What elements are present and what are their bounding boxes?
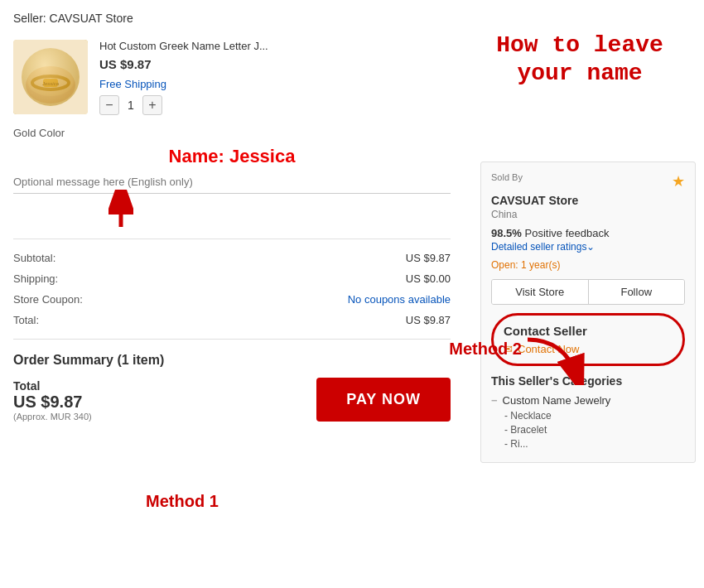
how-to-title-line2: your name — [517, 60, 642, 86]
shipping-row: Shipping: US $0.00 — [13, 268, 451, 289]
subcategory-bracelet: - Bracelet — [491, 424, 685, 436]
svg-text:Jessica: Jessica — [41, 81, 60, 86]
order-total-label: Total — [13, 379, 92, 393]
seller-header: Seller: CAVSUAT Store — [0, 0, 704, 31]
subtotal-label: Subtotal: — [13, 252, 55, 264]
quantity-increase-button[interactable]: + — [142, 95, 162, 115]
open-row: Open: 1 year(s) — [491, 259, 685, 271]
shipping-value: US $0.00 — [406, 272, 451, 285]
product-row: Jessica Hot Custom Greek Name Letter J..… — [13, 40, 451, 115]
product-shipping: Free Shipping — [99, 78, 451, 90]
main-category-row: − Custom Name Jewelry — [491, 394, 685, 407]
category-minus-icon: − — [491, 394, 498, 407]
svg-point-1 — [26, 67, 75, 104]
open-label: Open: — [491, 259, 518, 271]
product-image-svg: Jessica — [13, 40, 88, 114]
feedback-row: 98.5% Positive feedback — [491, 227, 685, 239]
page-container: Seller: CAVSUAT Store Jessica — [0, 0, 704, 588]
color-option: Gold Color — [13, 127, 451, 139]
quantity-decrease-button[interactable]: − — [99, 95, 119, 115]
method1-arrow-svg — [108, 190, 133, 231]
seller-badge-icon: ★ — [672, 172, 685, 190]
how-to-title-line1: How to leave — [496, 32, 663, 58]
divider2 — [13, 339, 451, 340]
name-annotation-label: Name: Jessica — [13, 146, 451, 167]
svg-rect-0 — [13, 40, 88, 114]
coupon-value[interactable]: No coupons available — [348, 293, 451, 306]
coupon-label: Store Coupon: — [13, 293, 83, 306]
total-label: Total: — [13, 314, 39, 326]
feedback-pct: 98.5% — [491, 227, 522, 239]
how-to-title: How to leave your name — [464, 31, 696, 87]
left-panel: Jessica Hot Custom Greek Name Letter J..… — [0, 31, 464, 430]
subcategory-ring: - Ri... — [491, 438, 685, 450]
coupon-row: Store Coupon: No coupons available — [13, 289, 451, 310]
seller-name[interactable]: CAVSUAT Store — [491, 194, 685, 207]
feedback-label: Positive feedback — [525, 227, 610, 239]
order-summary-title: Order Summary (1 item) — [13, 353, 451, 368]
visit-store-button[interactable]: Visit Store — [492, 280, 589, 304]
order-total-row: Total US $9.87 (Approx. MUR 340) PAY NOW — [13, 378, 451, 422]
open-value: 1 year(s) — [521, 259, 560, 271]
svg-point-3 — [32, 76, 69, 89]
seller-header-text: Seller: CAVSUAT Store — [13, 12, 133, 25]
follow-button[interactable]: Follow — [589, 280, 685, 304]
method2-arrow-svg — [523, 335, 590, 385]
message-input[interactable] — [13, 171, 451, 194]
method2-label: Method 2 — [449, 340, 522, 358]
method2-container: Method 2 — [449, 340, 522, 359]
sold-by-row: Sold By ★ — [491, 172, 685, 190]
detailed-ratings-link[interactable]: Detailed seller ratings⌄ — [491, 241, 685, 253]
total-left: Total US $9.87 (Approx. MUR 340) — [13, 379, 92, 422]
svg-point-2 — [27, 66, 74, 96]
method1-label: Method 1 — [146, 492, 219, 511]
product-info: Hot Custom Greek Name Letter J... US $9.… — [99, 40, 451, 115]
seller-box: Sold By ★ CAVSUAT Store China 98.5% Posi… — [480, 161, 696, 463]
quantity-value: 1 — [128, 99, 134, 112]
svg-rect-4 — [43, 79, 58, 87]
total-row: Total: US $9.87 — [13, 310, 451, 330]
product-image: Jessica — [13, 40, 88, 114]
arrow-container — [13, 202, 451, 243]
product-title: Hot Custom Greek Name Letter J... — [99, 40, 451, 52]
shipping-label: Shipping: — [13, 272, 58, 285]
order-total-approx: (Approx. MUR 340) — [13, 412, 92, 422]
product-price: US $9.87 — [99, 57, 451, 71]
total-value: US $9.87 — [406, 314, 451, 326]
order-total-amount: US $9.87 — [13, 393, 92, 412]
pay-now-button[interactable]: PAY NOW — [316, 378, 451, 422]
sold-by-label: Sold By — [491, 172, 523, 182]
subcategory-necklace: - Necklace — [491, 410, 685, 422]
store-actions: Visit Store Follow — [491, 279, 685, 305]
subtotal-row: Subtotal: US $9.87 — [13, 248, 451, 268]
quantity-row: − 1 + — [99, 95, 451, 115]
main-category-label: Custom Name Jewelry — [503, 394, 611, 407]
subtotal-value: US $9.87 — [406, 252, 451, 264]
seller-country: China — [491, 209, 685, 220]
